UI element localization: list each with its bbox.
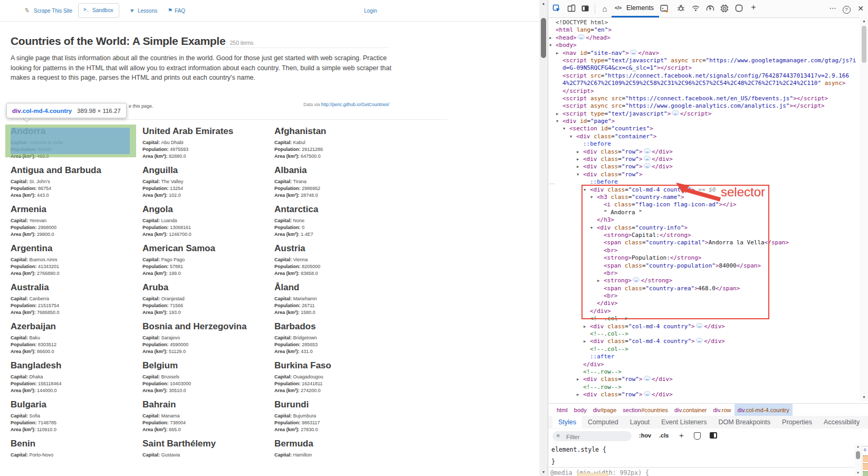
network-wifi-icon[interactable] — [692, 4, 701, 14]
inspect-element-icon[interactable] — [552, 4, 562, 14]
nav-tab-lessons[interactable]: Lessons — [138, 8, 157, 14]
twisty-expanded-icon[interactable]: ▼ — [577, 171, 579, 178]
expand-ellipsis-icon[interactable]: … — [644, 148, 651, 154]
page-scrollbar[interactable]: ▲ ▼ — [539, 0, 548, 476]
dom-tree-line[interactable]: ▶<div class="col-md-4 country">…</div> — [548, 338, 860, 345]
nav-tab-faq[interactable]: FAQ — [175, 8, 185, 14]
dom-tree-line[interactable]: </div> — [548, 308, 860, 315]
home-icon[interactable]: ⌂ — [600, 4, 609, 14]
tab-accessibility[interactable]: Accessibility — [818, 416, 865, 428]
dom-tree-line[interactable]: <i class="flag-icon flag-icon-ad"></i> — [548, 201, 860, 208]
twisty-collapsed-icon[interactable]: ▶ — [597, 277, 599, 284]
expand-ellipsis-icon[interactable]: … — [644, 391, 651, 396]
dom-tree-line[interactable]: <script src="https://connect.facebook.ne… — [548, 72, 860, 80]
twisty-expanded-icon[interactable]: ▼ — [556, 118, 558, 125]
more-options-icon[interactable]: ⋯ — [828, 4, 837, 14]
add-tab-icon[interactable]: + — [749, 3, 758, 12]
box-model-preview[interactable]: 0 — [862, 444, 868, 476]
breadcrumb-item[interactable]: section#countries — [619, 404, 671, 416]
breadcrumb-item[interactable]: div.container — [671, 404, 710, 416]
console-icon[interactable]: >_ ▲ — [660, 4, 670, 14]
dom-tree-line[interactable]: ▶<nav id="site-nav">…</nav> — [548, 50, 860, 57]
twisty-expanded-icon[interactable]: ▼ — [584, 186, 586, 194]
expand-ellipsis-icon[interactable]: … — [696, 323, 703, 328]
twisty-collapsed-icon[interactable]: ▶ — [577, 163, 579, 170]
focus-page-icon[interactable] — [581, 4, 590, 14]
expand-ellipsis-icon[interactable]: … — [696, 338, 703, 343]
twisty-collapsed-icon[interactable]: ▶ — [577, 376, 579, 383]
scroll-up-icon[interactable]: ▲ — [539, 0, 548, 7]
dom-tree-line[interactable]: ▼<div class="container"> — [548, 133, 860, 140]
dom-tree-line[interactable]: ▶<div class="row">…</div> — [548, 163, 860, 170]
styles-scrollbar-thumb[interactable] — [856, 451, 860, 459]
breadcrumb-item[interactable]: div.col-md-4.country — [735, 404, 793, 416]
expand-ellipsis-icon[interactable]: … — [672, 110, 679, 116]
dom-tree-line[interactable]: ▶<head>…</head> — [548, 34, 860, 42]
dom-tree-line[interactable]: <span class="country-area">468.0</span> — [548, 285, 860, 292]
dom-tree-line[interactable]: <!--.col--> — [548, 330, 860, 338]
twisty-expanded-icon[interactable]: ▼ — [570, 133, 572, 140]
styles-filter-input[interactable] — [565, 432, 629, 441]
tab-computed[interactable]: Computed — [582, 416, 624, 428]
dom-tree-line[interactable]: </div> — [548, 361, 860, 368]
twisty-collapsed-icon[interactable]: ▶ — [584, 338, 586, 345]
dom-tree-line[interactable]: ::before — [548, 140, 860, 148]
expand-ellipsis-icon[interactable]: … — [633, 277, 640, 282]
breadcrumb-item[interactable]: body — [571, 404, 590, 416]
tab-elements[interactable]: Elements — [626, 4, 654, 12]
scroll-down-icon[interactable]: ▼ — [854, 470, 862, 475]
dom-tree-line[interactable]: <strong>Capital:</strong> — [548, 232, 860, 239]
twisty-expanded-icon[interactable]: ▼ — [563, 125, 565, 132]
scroll-up-icon[interactable]: ▲ — [854, 444, 862, 449]
dom-tree-line[interactable]: ▼<div id="page"> — [548, 118, 860, 125]
tab-properties[interactable]: Properties — [776, 416, 818, 428]
dom-tree-line[interactable]: ::after — [548, 353, 860, 360]
nav-brand-link[interactable]: Scrape This Site — [34, 8, 72, 14]
dom-tree-line[interactable]: <!--.row--> — [548, 368, 860, 376]
dom-tree-line[interactable]: ▼<h3 class="country-name"> — [548, 194, 860, 201]
dom-tree-line[interactable]: ▶<div class="row">…</div> — [548, 376, 860, 383]
dom-tree-line[interactable]: <br> — [548, 292, 860, 300]
tab-styles[interactable]: Styles — [552, 416, 582, 428]
dom-tree-scrollbar[interactable]: ▲ ▼ — [860, 17, 868, 401]
expand-ellipsis-icon[interactable]: … — [630, 50, 637, 55]
application-icon[interactable] — [735, 4, 745, 14]
twisty-collapsed-icon[interactable]: ▶ — [577, 391, 579, 398]
styles-scrollbar[interactable]: ▲ ▼ — [854, 444, 862, 476]
device-emulation-icon[interactable] — [567, 4, 577, 14]
login-link[interactable]: Login — [364, 8, 377, 14]
gutter-more-icon[interactable]: ... — [549, 179, 555, 185]
expand-ellipsis-icon[interactable]: … — [644, 156, 651, 161]
data-source-link[interactable]: http://peric.github.io/GetCountries/ — [321, 102, 389, 107]
dom-tree-line[interactable]: ▼<div class="row"> — [548, 171, 860, 178]
dom-tree-line[interactable]: <span class="country-capital">Andorra la… — [548, 239, 860, 246]
toggle-element-classes[interactable]: .cls — [659, 432, 669, 439]
dom-tree-line[interactable]: ▶<strong>…</strong> — [548, 277, 860, 284]
nav-tab-sandbox[interactable]: >_ Sandbox — [78, 3, 119, 18]
dom-tree-line[interactable]: <script type="text/javascript" async src… — [548, 57, 860, 64]
dom-tree-line[interactable]: ▼<div class="col-md-4 country"> == $0 — [548, 186, 860, 194]
page-scrollbar-thumb[interactable] — [541, 18, 546, 58]
dom-tree-line[interactable]: ▶<div class="row">…</div> — [548, 148, 860, 156]
breadcrumb-item[interactable]: div#page — [590, 404, 620, 416]
expand-ellipsis-icon[interactable]: … — [578, 34, 585, 40]
dom-tree-line[interactable]: ▼<section id="countries"> — [548, 125, 860, 132]
expand-ellipsis-icon[interactable]: … — [644, 163, 651, 168]
dom-tree-line[interactable]: ▶<div class="row">…</div> — [548, 156, 860, 163]
performance-gauge-icon[interactable] — [706, 4, 716, 14]
expand-ellipsis-icon[interactable]: … — [644, 376, 651, 381]
dom-tree-line[interactable]: </h3> — [548, 216, 860, 224]
computed-pane-toggle-icon[interactable] — [710, 432, 717, 439]
dom-tree-line[interactable]: <script async src="https://connect.faceb… — [548, 95, 860, 102]
twisty-collapsed-icon[interactable]: ▶ — [577, 148, 579, 156]
dom-tree-line[interactable]: <br> — [548, 247, 860, 254]
breadcrumb-item[interactable]: html — [554, 404, 571, 416]
dom-tree-line[interactable]: <html lang="en"> — [548, 26, 860, 34]
tab-dom-breakpoints[interactable]: DOM Breakpoints — [712, 416, 776, 428]
dom-tree-scrollbar-thumb[interactable] — [862, 26, 866, 63]
dom-tree-line[interactable]: <!--.col--> — [548, 346, 860, 353]
close-icon[interactable]: ✕ — [856, 4, 865, 14]
breadcrumb-item[interactable]: div.row — [710, 404, 734, 416]
element-style-rule[interactable]: element.style { — [551, 446, 606, 453]
toggle-hover-state[interactable]: :hov — [639, 432, 651, 439]
